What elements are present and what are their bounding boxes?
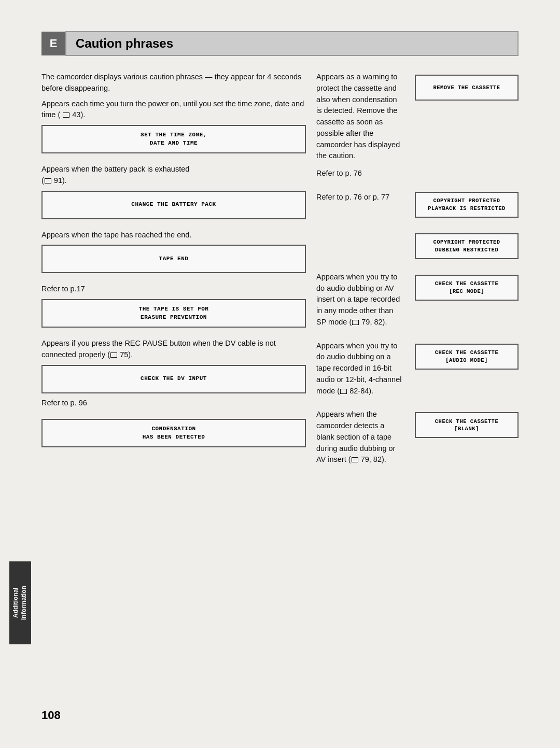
check-rec-mode-section: Appears when you try to do audio dubbing…	[316, 272, 519, 331]
battery-desc: Appears when the battery pack is exhaust…	[41, 164, 306, 187]
check-blank-desc: Appears when the camcorder detects a bla…	[316, 409, 404, 465]
check-rec-mode-box-col: CHECK THE CASSETTE [REC MODE]	[415, 272, 519, 304]
remove-cassette-desc: Appears as a warning to protect the cass…	[316, 72, 404, 162]
set-time-box: SET THE TIME ZONE, DATE AND TIME	[41, 125, 306, 153]
set-time-desc: Appears each time you turn the power on,…	[41, 98, 306, 121]
check-blank-box: CHECK THE CASSETTE [BLANK]	[415, 412, 519, 438]
left-column: The camcorder displays various caution p…	[41, 72, 316, 478]
copyright-playback-section: Refer to p. 76 or p. 77 COPYRIGHT PROTEC…	[316, 189, 519, 221]
book-icon-2	[45, 178, 51, 184]
header-row: E Caution phrases	[41, 31, 519, 56]
book-icon-4	[352, 320, 359, 325]
dv-input-section: Appears if you press the REC PAUSE butto…	[41, 338, 306, 408]
check-audio-mode-desc-col: Appears when you try to do audio dubbing…	[316, 341, 404, 400]
erasure-box: THE TAPE IS SET FOR ERASURE PREVENTION	[41, 299, 306, 328]
check-blank-box-col: CHECK THE CASSETTE [BLANK]	[415, 409, 519, 441]
check-blank-desc-col: Appears when the camcorder detects a bla…	[316, 409, 404, 469]
check-audio-mode-box: CHECK THE CASSETTE [AUDIO MODE]	[415, 344, 519, 370]
set-time-section: Appears each time you turn the power on,…	[41, 98, 306, 154]
copyright-playback-box-col: COPYRIGHT PROTECTED PLAYBACK IS RESTRICT…	[415, 189, 519, 221]
right-column: Appears as a warning to protect the cass…	[316, 72, 519, 478]
tape-end-desc: Appears when the tape has reached the en…	[41, 230, 306, 241]
book-icon-5	[340, 389, 347, 394]
erasure-ref: Refer to p.17	[41, 284, 306, 295]
check-rec-mode-row: Appears when you try to do audio dubbing…	[316, 272, 519, 331]
dv-input-desc: Appears if you press the REC PAUSE butto…	[41, 338, 306, 361]
book-icon-1	[63, 112, 69, 118]
copyright-playback-ref: Refer to p. 76 or p. 77	[316, 192, 404, 203]
battery-box: CHANGE THE BATTERY PACK	[41, 191, 306, 219]
check-rec-mode-desc-col: Appears when you try to do audio dubbing…	[316, 272, 404, 331]
remove-cassette-row: Appears as a warning to protect the cass…	[316, 72, 519, 165]
remove-cassette-box-col: REMOVE THE CASSETTE	[415, 72, 519, 104]
sidebar-text: Additional Information	[12, 586, 28, 620]
page: E Caution phrases The camcorder displays…	[0, 0, 560, 748]
intro-text: The camcorder displays various caution p…	[41, 72, 306, 94]
copyright-dubbing-section: COPYRIGHT PROTECTED DUBBING RESTRICTED	[316, 230, 519, 262]
copyright-playback-box: COPYRIGHT PROTECTED PLAYBACK IS RESTRICT…	[415, 192, 519, 218]
check-audio-mode-desc: Appears when you try to do audio dubbing…	[316, 341, 404, 397]
condensation-section: CONDENSATION HAS BEEN DETECTED	[41, 419, 306, 447]
sidebar-label: Additional Information	[9, 561, 31, 644]
copyright-playback-row: Refer to p. 76 or p. 77 COPYRIGHT PROTEC…	[316, 189, 519, 221]
dv-input-ref: Refer to p. 96	[41, 398, 306, 409]
tape-end-box: TAPE END	[41, 245, 306, 273]
copyright-playback-desc-col: Refer to p. 76 or p. 77	[316, 189, 404, 203]
remove-cassette-box: REMOVE THE CASSETTE	[415, 75, 519, 101]
page-number: 108	[41, 709, 61, 722]
page-title: Caution phrases	[65, 31, 519, 56]
condensation-box: CONDENSATION HAS BEEN DETECTED	[41, 419, 306, 447]
remove-cassette-section: Appears as a warning to protect the cass…	[316, 72, 519, 179]
check-blank-section: Appears when the camcorder detects a bla…	[316, 409, 519, 469]
e-label: E	[41, 32, 65, 55]
dv-input-box: CHECK THE DV INPUT	[41, 365, 306, 393]
main-content: The camcorder displays various caution p…	[41, 72, 519, 478]
check-rec-mode-box: CHECK THE CASSETTE [REC MODE]	[415, 275, 519, 301]
erasure-section: Refer to p.17 THE TAPE IS SET FOR ERASUR…	[41, 284, 306, 328]
check-rec-mode-desc: Appears when you try to do audio dubbing…	[316, 272, 404, 328]
remove-cassette-ref: Refer to p. 76	[316, 168, 519, 179]
check-blank-row: Appears when the camcorder detects a bla…	[316, 409, 519, 469]
book-icon-3	[110, 352, 117, 358]
tape-end-section: Appears when the tape has reached the en…	[41, 230, 306, 274]
copyright-dubbing-box-col: COPYRIGHT PROTECTED DUBBING RESTRICTED	[415, 230, 519, 262]
book-icon-6	[352, 457, 358, 462]
battery-section: Appears when the battery pack is exhaust…	[41, 164, 306, 219]
copyright-dubbing-row: COPYRIGHT PROTECTED DUBBING RESTRICTED	[316, 230, 519, 262]
check-audio-mode-row: Appears when you try to do audio dubbing…	[316, 341, 519, 400]
remove-cassette-desc-col: Appears as a warning to protect the cass…	[316, 72, 404, 165]
check-audio-mode-box-col: CHECK THE CASSETTE [AUDIO MODE]	[415, 341, 519, 373]
copyright-dubbing-box: COPYRIGHT PROTECTED DUBBING RESTRICTED	[415, 233, 519, 259]
check-audio-mode-section: Appears when you try to do audio dubbing…	[316, 341, 519, 400]
